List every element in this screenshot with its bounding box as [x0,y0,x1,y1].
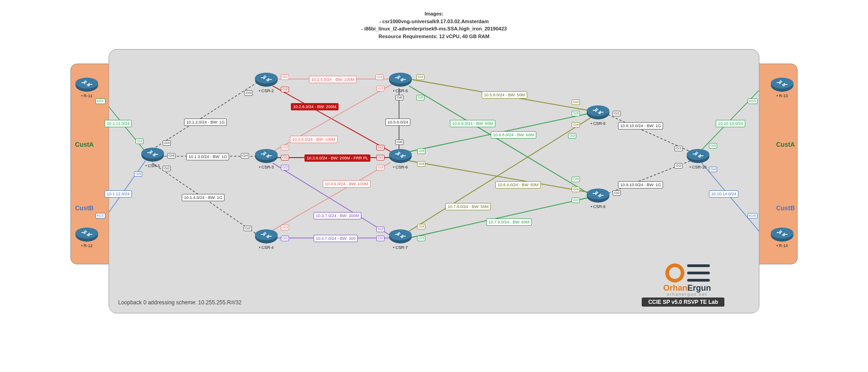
port-c5-gi1: Gi1 [375,74,384,80]
link-1-2: 10.1.2.0/24 - BW: 1G [184,119,227,126]
link-7-8: 10.7.8.0/24 - BW: 50M [445,203,491,210]
port-c6-gi4: Gi4 [417,161,425,167]
router-csr5[interactable]: CSR-5 [389,72,412,88]
zone-custb-right-label: CustB [776,204,795,212]
port-c1-gi4: Gi4 [167,153,175,159]
svg-point-32 [255,229,278,240]
svg-point-40 [587,105,609,116]
router-csr2[interactable]: CSR-2 [254,72,278,88]
zone-custb-left-label: CustB [75,204,94,212]
router-r13[interactable]: R-13 [770,77,794,93]
router-csr8[interactable]: CSR-8 [586,105,610,120]
port-c1-gi5: Gi5 [134,171,142,177]
port-r13-e03: e0/3 [748,99,758,104]
port-c1-gi1: Gi1 [135,139,144,144]
port-c6-gi1: Gi1 [376,155,384,160]
link-5-9: 10.5.9.0/24 - BW: 60M [450,120,495,127]
router-csr3[interactable]: CSR-3 [254,149,278,164]
link-8-10: 10.8.10.0/24 - BW: 1G [618,122,663,129]
svg-point-28 [255,73,278,84]
link-4-6: 10.4.6.0/24 - BW: 100M [323,180,370,188]
port-r14-e10: e1/0 [748,213,758,218]
svg-point-42 [587,188,609,199]
logo-o-icon [665,263,684,283]
svg-point-48 [75,228,98,238]
port-c8-gi4: Gi4 [572,122,580,128]
router-csr9[interactable]: CSR-9 [586,188,610,203]
port-c8-gi5: Gi5 [572,111,580,116]
lab-badge: CCIE SP v5.0 RSVP TE Lab [642,298,724,307]
header-block: Images: - csr1000vng-universalk9.17.03.0… [80,0,788,40]
header-line1: - csr1000vng-universalk9.17.03.02.Amster… [80,18,788,25]
port-c5-gi2: Gi2 [416,74,424,80]
link-1-12: 10.1.12.0/24 [105,190,132,198]
port-c9-gi4: Gi4 [572,187,580,192]
loopback-note: Loopback 0 addressing scheme: 10.255.255… [118,299,242,306]
port-c9-gi2: Gi2 [613,190,621,196]
port-c2-gi3: Gi3 [244,90,253,96]
router-csr6[interactable]: CSR-6 [389,149,412,164]
port-c6-gi3: Gi3 [376,165,384,170]
port-c6-gi5: Gi5 [417,149,425,154]
port-c6-gi6: Gi6 [395,139,404,145]
port-c3-gi2: Gi2 [281,165,289,170]
port-c7-gi2: Gi2 [376,227,384,232]
router-r11[interactable]: R-11 [75,77,99,93]
svg-point-52 [771,228,793,238]
port-c1-gi2: Gi2 [163,166,171,171]
port-c5-gi3: Gi3 [376,86,384,91]
router-csr4[interactable]: CSR-4 [254,229,278,244]
link-6-8: 10.6.8.0/24 - BW: 60M [491,131,536,139]
link-4-7: 10.4.7.0/24 - BW: 300 [314,235,358,242]
link-3-5: 10.3.5.0/24 - BW: 100M [290,136,338,143]
port-c7-gi1: Gi1 [376,236,384,241]
svg-point-34 [389,73,412,84]
link-1-3: 10.1.3.0/24 - BW: 1G [186,153,229,160]
link-5-6: 10.5.6.0/24 [385,119,410,126]
port-c2-gi1: Gi1 [281,74,289,80]
logo-block: OrhanErgun orhanergun.net [646,263,728,297]
svg-point-30 [255,149,278,160]
link-9-10: 10.9.10.0/24 - BW: 1G [618,181,663,188]
link-10-14: 10.10.14.0/24 [709,190,738,198]
port-c10-gi3: Gi3 [709,143,717,149]
header-line2: - i86bi_linux_l2-adventerprisek9-ms.SSA.… [80,25,788,33]
port-c5-gi6: Gi6 [395,95,404,100]
link-2-5: 10.2.5.0/24 - BW: 100M [309,76,357,83]
router-csr7[interactable]: CSR-7 [389,229,412,244]
svg-point-50 [771,78,793,89]
port-c9-gi3: Gi3 [572,198,580,203]
router-r12[interactable]: R-12 [75,227,99,243]
zone-custa-left-label: CustA [75,141,94,148]
port-c8-gi3: Gi3 [568,133,576,139]
port-c7-gi3: Gi3 [417,236,425,241]
link-2-6: 10.2.6.0/24 - BW: 200M [291,103,339,110]
svg-point-46 [75,78,98,89]
port-c3-gi4: Gi4 [241,153,249,159]
port-r12-e11: e1/1 [95,213,105,218]
topology-canvas: CSR-1 CSR-2 CSR-3 CSR-4 CSR-5 CSR-6 CSR-… [109,49,759,313]
router-r14[interactable]: R-14 [770,227,794,243]
port-c3-gi1: Gi1 [281,155,289,160]
header-line3: Resource Requirements: 12 vCPU, 40 GB RA… [80,33,788,40]
port-c9-gi5: Gi5 [572,177,580,182]
svg-line-14 [409,86,591,195]
port-c5-gi5: Gi5 [416,95,424,100]
zone-custa-right-label: CustA [776,141,795,148]
port-c1-gi3: Gi3 [163,140,171,146]
svg-point-36 [389,149,412,160]
svg-line-18 [409,197,591,238]
port-c3-gi3: Gi3 [281,145,289,150]
port-c4-gi3: Gi3 [281,225,289,230]
header-title: Images: [80,10,788,18]
link-6-9: 10.6.9.0/24 - BW: 50M [495,181,541,188]
port-c6-gi2: Gi2 [376,145,384,150]
router-csr1[interactable]: CSR-1 [141,147,165,163]
link-1-11: 10.1.11.0/24 [105,120,132,127]
link-10-13: 10.10.13.0/24 [716,120,745,127]
router-csr10[interactable]: CSR-10 [686,149,710,164]
svg-line-2 [152,81,259,149]
port-c10-gi2: Gi2 [674,163,683,169]
link-7-9: 10.7.9.0/24 - BW: 60M [486,218,532,226]
link-3-6: 10.3.6.0/24 - BW: 200M - FRR PL [304,154,370,162]
